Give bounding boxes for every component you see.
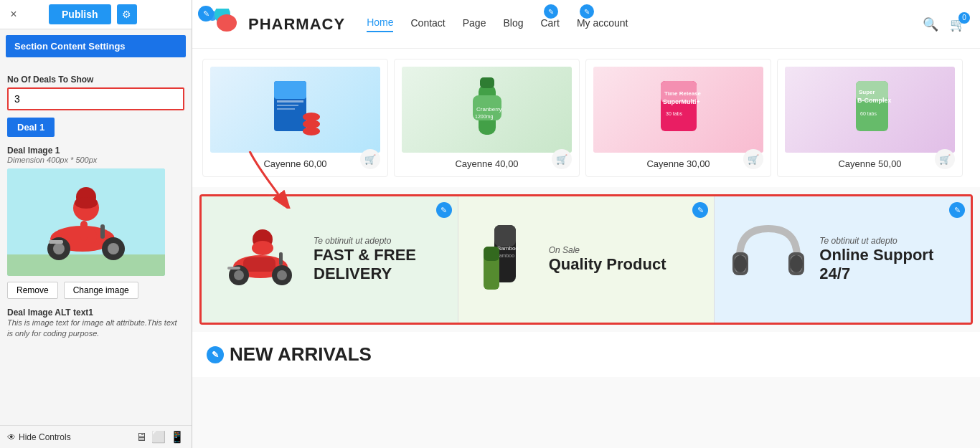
deal-1-button[interactable]: Deal 1 <box>7 118 55 137</box>
deal-card-3-text: Te obtinuit ut adepto Online Support 24/… <box>819 236 956 284</box>
svg-text:Bamboo: Bamboo <box>497 245 519 252</box>
svg-point-62 <box>734 255 747 272</box>
add-to-cart-2[interactable]: 🛒 <box>552 149 572 169</box>
deal-card-2-image: Bamboo Bamboo <box>473 211 537 308</box>
new-arrivals-section: ✎ NEW ARRIVALS <box>192 332 980 377</box>
svg-point-49 <box>277 270 287 280</box>
red-arrow <box>235 151 307 209</box>
nav-edit-icon-2[interactable]: ✎ <box>580 4 594 19</box>
deal-headphones-svg <box>729 218 808 290</box>
svg-text:30 tabs: 30 tabs <box>666 111 682 116</box>
tablet-icon-button[interactable]: ⬜ <box>151 430 166 444</box>
cart-count-badge: 0 <box>958 12 970 24</box>
deal-1-small-text: Te obtinuit ut adepto <box>314 236 443 246</box>
left-panel-topbar: × Publish ⚙ <box>0 0 192 29</box>
deal-card-1-text: Te obtinuit ut adepto FAST & FREE DELIVE… <box>314 236 443 284</box>
nav-link-home[interactable]: Home <box>367 16 393 32</box>
nav-right: 🔍 🛒 0 <box>923 16 966 32</box>
deal-2-edit-icon[interactable]: ✎ <box>692 202 708 218</box>
alt-text-label: Deal Image ALT text1 <box>7 308 184 318</box>
deal-1-main-text: FAST & FREE DELIVERY <box>314 246 443 284</box>
svg-rect-53 <box>494 225 516 247</box>
deal-image-dim: Dimension 400px * 500px <box>7 156 184 164</box>
search-button[interactable]: 🔍 <box>923 16 938 32</box>
left-panel: × Publish ⚙ Section Content Settings No … <box>0 0 192 448</box>
svg-point-4 <box>75 197 98 209</box>
svg-text:B-Complex: B-Complex <box>857 97 892 104</box>
svg-text:Time Release: Time Release <box>664 90 702 97</box>
product-name-3: Cayenne 30,00 <box>646 158 710 169</box>
deal-2-main-text: Quality Product <box>549 255 700 274</box>
panel-body: No Of Deals To Show Deal 1 Deal Image 1 … <box>0 63 192 345</box>
deal-card-3: Te obtinuit ut adepto Online Support 24/… <box>715 196 971 323</box>
deal-3-small-text: Te obtinuit ut adepto <box>819 236 956 246</box>
add-to-cart-3[interactable]: 🛒 <box>743 149 763 169</box>
deal-scooter-svg <box>216 218 302 290</box>
nav-link-cart[interactable]: Cart <box>540 17 559 32</box>
nav-link-myaccount[interactable]: My account <box>577 17 628 32</box>
svg-point-16 <box>217 14 237 32</box>
alt-text-desc: This is image text for image alt attribu… <box>7 318 184 340</box>
product-image-4: Super B-Complex 60 tabs <box>785 67 955 153</box>
image-actions: Remove Change image <box>7 282 184 299</box>
svg-rect-21 <box>277 105 298 106</box>
new-arrivals-title: ✎ NEW ARRIVALS <box>207 343 966 366</box>
desktop-icon-button[interactable]: 🖥 <box>136 430 147 444</box>
new-arrivals-text: NEW ARRIVALS <box>230 343 372 366</box>
top-nav: ✎ PHARMACY Home Contact Page Blog Cart <box>192 0 980 49</box>
panel-scroll-inner: No Of Deals To Show Deal 1 Deal Image 1 … <box>0 63 192 425</box>
product-name-2: Cayenne 40,00 <box>455 158 518 169</box>
nav-link-page[interactable]: Page <box>463 17 486 32</box>
nav-link-blog[interactable]: Blog <box>503 17 523 32</box>
device-icons: 🖥 ⬜ 📱 <box>136 430 184 444</box>
svg-point-47 <box>234 270 244 280</box>
mobile-icon-button[interactable]: 📱 <box>170 430 184 444</box>
product-name-4: Cayenne 50,00 <box>838 158 901 169</box>
close-button[interactable]: × <box>6 6 22 22</box>
logo-edit-icon[interactable]: ✎ <box>198 6 214 22</box>
deal-card-2-text: On Sale Quality Product <box>549 245 700 274</box>
svg-rect-12 <box>49 240 63 244</box>
publish-button[interactable]: Publish <box>49 4 111 24</box>
panel-scroll-container: No Of Deals To Show Deal 1 Deal Image 1 … <box>0 63 192 425</box>
product-image-2: Cranberry 1200mg <box>402 67 572 153</box>
svg-text:1200mg: 1200mg <box>475 114 493 120</box>
add-to-cart-1[interactable]: 🛒 <box>360 149 380 169</box>
add-to-cart-4[interactable]: 🛒 <box>935 149 955 169</box>
product-img-cayenne-50: Super B-Complex 60 tabs <box>842 74 899 146</box>
svg-rect-1 <box>7 254 165 276</box>
svg-rect-13 <box>80 221 88 241</box>
product-card-3: Time Release SuperMulti+ 30 tabs Cayenne… <box>585 59 771 177</box>
section-content-settings-button[interactable]: Section Content Settings <box>6 35 186 57</box>
svg-rect-22 <box>277 108 295 110</box>
product-card-4: Super B-Complex 60 tabs Cayenne 50,00 🛒 <box>777 59 963 177</box>
svg-rect-57 <box>484 247 499 261</box>
eye-icon: 👁 <box>7 432 16 442</box>
nav-link-contact[interactable]: Contact <box>410 17 445 32</box>
deal-image-preview <box>7 168 165 276</box>
svg-point-63 <box>790 255 803 272</box>
nav-edit-icon-1[interactable]: ✎ <box>544 4 558 19</box>
deal-3-edit-icon[interactable]: ✎ <box>949 202 965 218</box>
remove-image-button[interactable]: Remove <box>7 282 58 299</box>
svg-rect-20 <box>277 100 303 103</box>
deal-3-main-text: Online Support 24/7 <box>819 246 956 284</box>
change-image-button[interactable]: Change image <box>64 282 138 299</box>
new-arrivals-icon: ✎ <box>207 346 224 363</box>
deals-section: Te obtinuit ut adepto FAST & FREE DELIVE… <box>199 194 973 325</box>
hide-controls-button[interactable]: 👁 Hide Controls <box>7 432 71 442</box>
content-area: Cayenne 60,00 🛒 Cranberry 1200mg Cayenne… <box>192 49 980 448</box>
settings-gear-button[interactable]: ⚙ <box>117 4 137 24</box>
no-deals-input[interactable] <box>7 87 184 110</box>
products-row: Cayenne 60,00 🛒 Cranberry 1200mg Cayenne… <box>192 49 980 187</box>
svg-text:SuperMulti+: SuperMulti+ <box>663 98 700 105</box>
logo-text: PHARMACY <box>248 15 345 34</box>
deal-bamboo-svg: Bamboo Bamboo <box>473 211 537 297</box>
svg-text:Cranberry: Cranberry <box>476 106 502 113</box>
deal-card-1-image <box>216 218 302 301</box>
svg-point-10 <box>108 243 119 254</box>
deal-1-edit-icon[interactable]: ✎ <box>436 202 452 218</box>
product-img-cayenne-30: Time Release SuperMulti+ 30 tabs <box>650 74 707 146</box>
deal-card-1: Te obtinuit ut adepto FAST & FREE DELIVE… <box>202 196 458 323</box>
product-img-cayenne-60 <box>267 77 324 142</box>
